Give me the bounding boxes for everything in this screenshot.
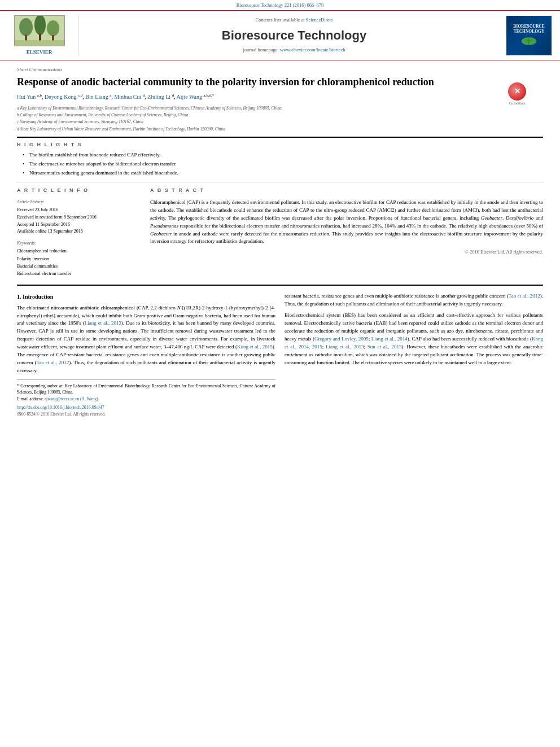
highlights-list: The biofilm established from bioanode re… <box>23 151 543 176</box>
homepage-url[interactable]: www.elsevier.com/locate/biortech <box>280 47 345 53</box>
divider-body <box>17 285 543 286</box>
footnote-email: E-mail address: ajwang@rcees.ac.cn (A. W… <box>17 396 275 402</box>
page: Bioresource Technology 221 (2016) 666–67… <box>0 0 560 747</box>
article-history-section: Article history: Received 23 July 2016 R… <box>17 199 141 235</box>
crossmark-badge[interactable]: ✕ CrossMark <box>508 82 526 106</box>
ref-sun-2013[interactable]: Sun et al., 2013 <box>368 344 402 350</box>
highlights-section: H I G H L I G H T S The biofilm establis… <box>17 141 543 176</box>
title-area: Response of anodic bacterial community t… <box>17 76 543 89</box>
author-aijie-wang[interactable]: Aijie Wang <box>177 94 202 101</box>
affiliation-d: d State Key Laboratory of Urban Water Re… <box>17 126 543 132</box>
keyword-4: Bidirectional electron transfer <box>17 270 141 277</box>
affiliation-b: b College of Resources and Environment, … <box>17 112 543 118</box>
author-zhiling-li[interactable]: Zhiling Li <box>147 94 170 101</box>
ref-tao-2012-1[interactable]: Tao et al., 2012 <box>36 360 69 365</box>
author-minhua-cui[interactable]: Minhua Cui <box>114 94 141 101</box>
journal-bar: Bioresource Technology 221 (2016) 666–67… <box>0 0 560 10</box>
keyword-1: Chloramphenicol reduction <box>17 248 141 254</box>
abstract-title: A B S T R A C T <box>150 187 543 194</box>
copyright-line: © 2016 Elsevier Ltd. All rights reserved… <box>150 249 543 256</box>
badge-title-line2: TECHNOLOGY <box>514 29 545 34</box>
main-content: Short Communication Response of anodic b… <box>0 60 560 423</box>
footnote-area: * Corresponding author at: Key Laborator… <box>17 379 275 418</box>
svg-point-1 <box>19 18 33 36</box>
journal-cover-image <box>14 15 65 46</box>
affiliation-a: a Key Laboratory of Environmental Biotec… <box>17 105 543 111</box>
body-section: 1. Introduction The chlorinated nitroaro… <box>17 292 543 418</box>
keyword-3: Bacterial communities <box>17 263 141 269</box>
svg-rect-2 <box>25 35 27 41</box>
paper-title: Response of anodic bacterial community t… <box>17 76 543 89</box>
right-para-2: Bioelectrochemical system (BES) has been… <box>285 312 543 367</box>
crossmark-label: CrossMark <box>508 101 526 106</box>
svg-point-5 <box>47 20 59 36</box>
author-bin-liang[interactable]: Bin Liang <box>85 94 108 101</box>
highlight-item-1: The biofilm established from bioanode re… <box>23 151 543 159</box>
body-col-right: resistant bacteria, resistance genes and… <box>285 292 543 418</box>
divider-top <box>17 137 543 138</box>
article-dates: Received 23 July 2016 Received in revise… <box>17 207 141 235</box>
science-direct-link[interactable]: ScienceDirect <box>306 17 333 23</box>
right-para-1: resistant bacteria, resistance genes and… <box>285 292 543 308</box>
received-date: Received 23 July 2016 <box>17 207 141 214</box>
keywords-label: Keywords: <box>17 240 141 246</box>
journal-badge-area: BIORESOURCE TECHNOLOGY <box>504 15 554 56</box>
elsevier-logo: ELSEVIER <box>27 49 53 56</box>
ref-kong-2015-1[interactable]: Kong et al., 2015 <box>237 344 273 350</box>
author-deyong-kong[interactable]: Deyong Kong <box>45 94 76 101</box>
keywords-list: Chloramphenicol reduction Polarity inver… <box>17 248 141 277</box>
journal-homepage-line: journal homepage: www.elsevier.com/locat… <box>243 47 345 54</box>
article-info-abstract: A R T I C L E I N F O Article history: R… <box>17 187 543 281</box>
abstract-col: A B S T R A C T Chloramphenicol (CAP) is… <box>150 187 543 281</box>
ref-liang-2014[interactable]: Liang et al., 2014 <box>371 336 408 342</box>
section-label: Short Communication <box>17 66 543 73</box>
journal-main-title: Bioresource Technology <box>222 27 366 45</box>
contents-available-line: Contents lists available at ScienceDirec… <box>256 17 333 24</box>
affiliations: a Key Laboratory of Environmental Biotec… <box>17 105 543 132</box>
journal-citation: Bioresource Technology 221 (2016) 666–67… <box>237 2 324 8</box>
author-hui-yun[interactable]: Hui Yun <box>17 94 36 101</box>
footnote-email-link[interactable]: ajwang@rcees.ac.cn (A. Wang). <box>45 396 99 401</box>
svg-rect-7 <box>15 40 64 46</box>
affiliation-c: c Shenyang Academy of Environmental Scie… <box>17 119 543 125</box>
ref-gregory-2005[interactable]: Gregory and Lovley, 2005 <box>314 336 369 342</box>
article-info-title: A R T I C L E I N F O <box>17 187 141 194</box>
footnote-corresponding: * Corresponding author at: Key Laborator… <box>17 383 275 396</box>
abstract-text: Chloramphenicol (CAP) is a frequently de… <box>150 199 543 246</box>
article-history-label: Article history: <box>17 199 141 205</box>
crossmark-icon[interactable]: ✕ <box>508 82 526 101</box>
intro-heading: 1. Introduction <box>17 292 275 302</box>
ref-tao-2012-2[interactable]: Tao et al., 2012 <box>509 293 540 299</box>
highlight-item-3: Nitroaromatics-reducing genera dominated… <box>23 169 543 177</box>
keyword-2: Polarity inversion <box>17 256 141 262</box>
bioresource-badge: BIORESOURCE TECHNOLOGY <box>506 16 552 55</box>
svg-rect-6 <box>52 35 54 41</box>
article-info-col: A R T I C L E I N F O Article history: R… <box>17 187 141 281</box>
svg-rect-4 <box>39 34 41 41</box>
badge-title-line1: BIORESOURCE <box>513 24 544 29</box>
doi-line[interactable]: http://dx.doi.org/10.1016/j.biortech.201… <box>17 404 275 411</box>
publisher-logo-area: ELSEVIER <box>6 15 79 56</box>
issn-line: 0960-8524/© 2016 Elsevier Ltd. All right… <box>17 411 275 418</box>
divider-highlights <box>17 182 543 182</box>
highlight-item-2: The electroactive microbes adapted to th… <box>23 160 543 168</box>
intro-para-1: The chlorinated nitroaromatic antibiotic… <box>17 304 275 375</box>
ref-liang-2013-2[interactable]: Liang et al., 2013 <box>326 344 364 350</box>
ref-liang-2013-1[interactable]: Liang et al., 2013 <box>85 320 121 326</box>
authors-line: Hui Yun a,b, Deyong Kong c,d, Bin Liang … <box>17 93 543 101</box>
received-revised-date: Received in revised form 8 September 201… <box>17 214 141 221</box>
highlights-title: H I G H L I G H T S <box>17 141 543 148</box>
body-col-left: 1. Introduction The chlorinated nitroaro… <box>17 292 275 418</box>
keywords-section: Keywords: Chloramphenicol reduction Pola… <box>17 240 141 277</box>
available-online-date: Available online 13 September 2016 <box>17 228 141 235</box>
journal-title-area: Contents lists available at ScienceDirec… <box>85 15 504 56</box>
header-area: ELSEVIER Contents lists available at Sci… <box>0 10 560 61</box>
accepted-date: Accepted 11 September 2016 <box>17 221 141 229</box>
